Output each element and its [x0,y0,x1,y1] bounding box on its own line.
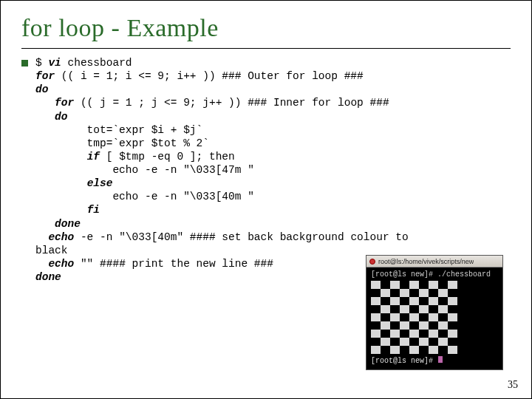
terminal-line: [root@ls new]# ./chessboard [371,270,498,279]
board-cell [371,281,381,289]
board-cell [438,338,448,346]
board-cell [371,297,381,305]
board-cell [419,330,429,338]
code-text [35,151,87,163]
board-cell [438,321,448,330]
board-cell [381,297,390,305]
code-text: echo -e -n "\033[47m " [35,164,254,176]
kw-if: if [87,151,100,163]
cursor-icon [438,356,443,363]
board-cell [438,305,448,313]
board-cell [400,338,409,346]
code-text: "" #### print the new line ### [74,258,273,270]
kw-done: done [35,271,61,283]
board-cell [409,305,419,313]
code-text [35,258,48,270]
board-cell [381,305,390,313]
board-cell [438,313,448,321]
page-number: 35 [508,379,518,391]
kw-done: done [55,218,81,230]
board-cell [409,330,419,338]
board-cell [419,297,429,305]
board-cell [429,321,438,330]
board-cell [409,338,419,346]
board-cell [390,338,400,346]
board-cell [390,289,400,297]
code-text: chessboard [61,57,132,69]
board-cell [429,289,438,297]
board-cell [448,338,457,346]
board-cell [429,297,438,305]
code-text: -e -n "\033[40m" #### set back backgroun… [74,231,408,243]
board-cell [400,346,409,354]
board-cell [381,330,390,338]
board-cell [400,313,409,321]
board-cell [438,330,448,338]
slide-body: $ vi chessboard for (( i = 1; i <= 9; i+… [21,56,511,284]
terminal-body: [root@ls new]# ./chessboard [root@ls new… [366,267,502,369]
board-cell [400,330,409,338]
code-text: $ [35,57,48,69]
code-text: tmp=`expr $tot % 2` [35,137,209,149]
bullet-icon [21,60,28,66]
board-cell [448,330,457,338]
board-cell [371,321,381,330]
board-cell [429,346,438,354]
kw-do: do [35,83,48,95]
board-cell [429,338,438,346]
kw-echo: echo [48,258,74,270]
board-cell [429,305,438,313]
board-cell [371,289,381,297]
board-cell [390,321,400,330]
board-cell [438,346,448,354]
board-cell [381,346,390,354]
board-cell [419,346,429,354]
code-text [35,231,48,243]
board-cell [419,338,429,346]
board-cell [419,305,429,313]
kw-echo: echo [48,231,74,243]
kw-else: else [87,177,113,189]
code-text: (( i = 1; i <= 9; i++ )) ### Outer for l… [55,70,364,82]
terminal-window: root@ls:/home/vivek/scripts/new [root@ls… [366,255,503,370]
board-cell [390,305,400,313]
code-block: $ vi chessboard for (( i = 1; i <= 9; i+… [35,56,409,284]
board-cell [419,281,429,289]
kw-do: do [55,111,67,123]
board-cell [448,346,457,354]
board-cell [448,289,457,297]
board-cell [400,281,409,289]
board-cell [419,313,429,321]
board-cell [429,313,438,321]
prompt-text: [root@ls new]# [371,357,437,365]
board-cell [409,281,419,289]
board-cell [381,313,390,321]
chessboard-output [371,281,498,354]
terminal-prompt: [root@ls new]# [371,356,498,365]
board-cell [390,330,400,338]
board-cell [409,297,419,305]
code-text [35,177,87,189]
board-cell [429,281,438,289]
board-cell [371,338,381,346]
close-icon [369,259,375,265]
slide-title: for loop - Example [21,14,511,49]
board-cell [409,321,419,330]
code-text: tot=`expr $i + $j` [35,124,202,136]
code-text: [ $tmp -eq 0 ]; then [100,151,235,163]
code-text [35,111,55,123]
board-cell [419,321,429,330]
kw-for: for [55,97,74,109]
board-cell [381,289,390,297]
board-cell [409,313,419,321]
board-cell [448,305,457,313]
board-cell [448,313,457,321]
board-cell [381,321,390,330]
board-cell [371,313,381,321]
slide-frame: for loop - Example $ vi chessboard for (… [0,0,532,399]
code-text [35,204,87,216]
board-cell [429,330,438,338]
board-cell [381,338,390,346]
board-cell [400,297,409,305]
board-cell [438,289,448,297]
